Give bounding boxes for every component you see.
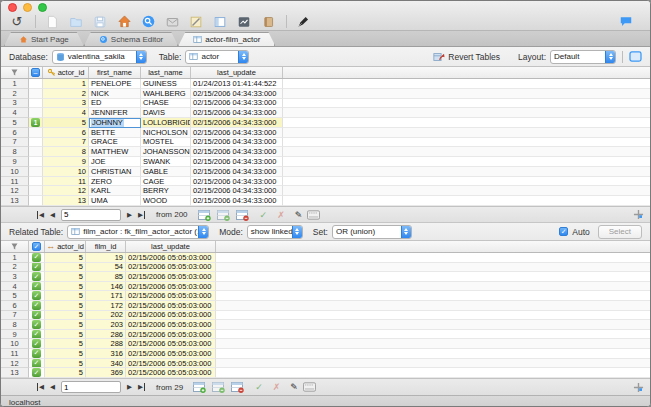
cell-actor-id[interactable]: 4 [43,108,89,118]
row-select-cell[interactable] [29,89,43,99]
row-number-cell[interactable]: 12 [1,186,29,196]
row-number-cell[interactable]: 11 [1,177,29,187]
cell-film-id[interactable]: 19 [86,253,126,263]
cell-first-name[interactable]: NICK [89,89,141,99]
note-button[interactable] [188,14,204,29]
cell-last-name[interactable]: CHASE [141,99,191,109]
row-number-cell[interactable]: 12 [1,359,29,369]
grid-splitter-handle[interactable] [633,209,644,220]
row-number-cell[interactable]: 13 [1,196,29,206]
table-select[interactable]: actor [185,50,249,64]
previous-record-button[interactable]: ◀ [50,211,55,219]
first-record-button[interactable]: ◀ [37,383,44,391]
cell-actor-id[interactable]: 3 [43,99,89,109]
row-number-cell[interactable]: 5 [1,118,29,128]
cell-last-update[interactable]: 02/15/2006 05:05:03:000 [126,263,216,273]
cell-last-update[interactable]: 02/15/2006 04:34:33:000 [191,99,283,109]
cell-last-update[interactable]: 02/15/2006 04:34:33:000 [191,157,283,167]
mode-select[interactable]: show linked [247,225,303,239]
delete-record-button[interactable] [236,209,249,221]
cell-first-name[interactable]: CHRISTIAN [89,167,141,177]
cell-actor-id[interactable]: 8 [43,147,89,157]
row-number-cell[interactable]: 4 [1,282,29,292]
row-select-cell[interactable]: ✓ [29,253,45,263]
record-editor-button[interactable] [307,210,320,220]
row-number-cell[interactable]: 13 [1,368,29,378]
cell-actor-id[interactable]: 5 [45,263,86,273]
cell-last-update[interactable]: 01/24/2013 01:41:44:522 [191,79,283,89]
cell-film-id[interactable]: 369 [86,368,126,378]
open-button[interactable] [68,14,84,29]
column-header-first-name[interactable]: first_name [89,67,141,78]
cell-actor-id[interactable]: 5 [45,330,86,340]
row-number-cell[interactable]: 7 [1,138,29,148]
last-record-button[interactable]: ▶ [138,383,145,391]
row-select-cell[interactable]: ✓ [29,282,45,292]
row-number-cell[interactable]: 5 [1,291,29,301]
column-header-last-update[interactable]: last_update [126,241,216,252]
cell-film-id[interactable]: 202 [86,311,126,321]
record-position-input[interactable] [61,381,121,393]
row-select-cell[interactable] [29,138,43,148]
cell-last-update[interactable]: 02/15/2006 04:34:33:000 [191,118,283,128]
cell-actor-id[interactable]: 5 [45,339,86,349]
edit-record-button[interactable]: ✎ [290,382,298,392]
row-select-cell[interactable]: ✓ [29,311,45,321]
mail-button[interactable] [164,14,180,29]
row-number-cell[interactable]: 1 [1,79,29,89]
undo-button[interactable]: ↺ [9,14,25,29]
add-record-button[interactable] [193,381,206,393]
revert-tables-button[interactable]: Revert Tables [433,51,500,63]
cell-film-id[interactable]: 288 [86,339,126,349]
cell-last-update[interactable]: 02/15/2006 04:34:33:000 [191,89,283,99]
row-select-cell[interactable] [29,167,43,177]
pen-tool-button[interactable] [295,14,311,29]
cell-actor-id[interactable]: 5 [45,301,86,311]
row-number-cell[interactable]: 1 [1,253,29,263]
record-editor-button[interactable] [303,382,316,392]
first-record-button[interactable]: ◀ [37,211,44,219]
column-header-actor-id[interactable]: ↔ actor_id [45,241,86,252]
cell-last-update[interactable]: 02/15/2006 05:05:03:000 [126,330,216,340]
database-select[interactable]: valentina_sakila [52,50,147,64]
cell-film-id[interactable]: 203 [86,320,126,330]
cell-first-name[interactable]: JENNIFER [89,108,141,118]
cell-last-name[interactable]: GUINESS [141,79,191,89]
cell-last-update[interactable]: 02/15/2006 05:05:03:000 [126,282,216,292]
set-select[interactable]: OR (union) [332,225,412,239]
cell-last-update[interactable]: 02/15/2006 04:34:33:000 [191,177,283,187]
clone-record-button[interactable] [212,381,225,393]
row-select-cell[interactable] [29,196,43,206]
delete-record-button[interactable] [231,381,244,393]
cell-actor-id[interactable]: 2 [43,89,89,99]
cell-film-id[interactable]: 54 [86,263,126,273]
cell-last-name[interactable]: DAVIS [141,108,191,118]
cell-first-name[interactable]: BETTE [89,128,141,138]
row-select-cell[interactable]: ✓ [29,291,45,301]
cell-actor-id[interactable]: 1 [43,79,89,89]
row-select-cell[interactable] [29,79,43,89]
window-button[interactable] [212,14,228,29]
row-number-cell[interactable]: 2 [1,263,29,273]
cell-actor-id[interactable]: 5 [45,272,86,282]
previous-record-button[interactable]: ◀ [50,383,55,391]
select-all-header-cell[interactable]: – [29,67,43,78]
cell-first-name[interactable]: MATTHEW [89,147,141,157]
row-select-cell[interactable]: 1 [29,118,43,128]
zoom-button[interactable] [38,3,47,12]
cell-last-update[interactable]: 02/15/2006 04:34:33:000 [191,108,283,118]
row-number-cell[interactable]: 11 [1,349,29,359]
record-position-input[interactable] [61,209,121,221]
cell-film-id[interactable]: 316 [86,349,126,359]
column-header-last-update[interactable]: last_update [191,67,283,78]
cell-actor-id[interactable]: 10 [43,167,89,177]
row-number-cell[interactable]: 10 [1,339,29,349]
cell-last-name[interactable]: CAGE [141,177,191,187]
cell-actor-id[interactable]: 11 [43,177,89,187]
cell-last-name[interactable]: JOHANSSON [141,147,191,157]
cell-actor-id[interactable]: 9 [43,157,89,167]
row-number-cell[interactable]: 6 [1,301,29,311]
row-number-cell[interactable]: 4 [1,108,29,118]
grid-splitter-handle[interactable] [633,382,644,393]
cell-film-id[interactable]: 172 [86,301,126,311]
